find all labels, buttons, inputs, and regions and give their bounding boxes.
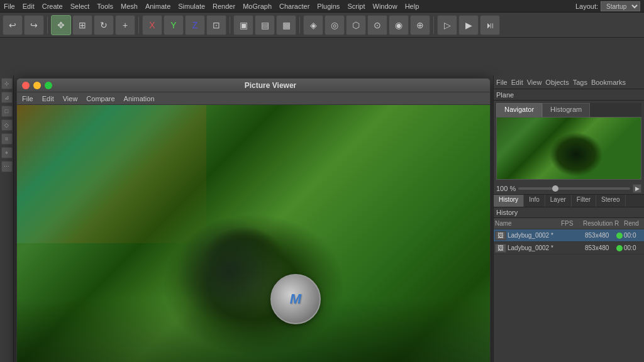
rp-menu-tags[interactable]: Tags xyxy=(573,79,587,86)
rp-menu-objects[interactable]: Objects xyxy=(545,79,569,86)
maximize-button[interactable] xyxy=(45,82,52,89)
menu-help[interactable]: Help xyxy=(405,3,419,10)
menu-mesh[interactable]: Mesh xyxy=(121,3,138,10)
thumbnail-image xyxy=(497,118,641,179)
histogram-tab[interactable]: Histogram xyxy=(542,103,590,117)
close-button[interactable] xyxy=(22,82,30,89)
transform-button[interactable]: ⊡ xyxy=(206,15,226,35)
navigator-histogram-tabs: Navigator Histogram xyxy=(496,103,641,117)
redo-button[interactable]: ↪ xyxy=(24,15,44,35)
object-btn-6[interactable]: ⊕ xyxy=(410,15,430,35)
object-btn-1[interactable]: ◈ xyxy=(303,15,323,35)
menu-select[interactable]: Select xyxy=(70,3,90,10)
pv-menu-edit[interactable]: Edit xyxy=(42,95,54,102)
move-tool-button[interactable]: ✥ xyxy=(51,15,71,35)
main-toolbar: ↩ ↪ ✥ ⊞ ↻ + X Y Z ⊡ ▣ ▤ ▦ ◈ ◎ ⬡ ⊙ ◉ ⊕ ▷ … xyxy=(0,13,644,38)
menu-window[interactable]: Window xyxy=(373,3,397,10)
menu-script[interactable]: Script xyxy=(347,3,365,10)
pv-image-area xyxy=(17,105,490,362)
render-btn-3[interactable]: ⏯ xyxy=(480,15,500,35)
left-tool-2[interactable]: ⊿ xyxy=(1,92,13,103)
info-tab[interactable]: Info xyxy=(524,195,545,207)
zoom-control: 100 % ▶ xyxy=(494,182,644,195)
x-axis-button[interactable]: X xyxy=(142,15,162,35)
layout-section: Layout: Startup xyxy=(575,1,640,11)
row-icon-2: 🖼 xyxy=(495,244,506,253)
object-btn-5[interactable]: ◉ xyxy=(389,15,409,35)
menu-file[interactable]: File xyxy=(4,3,15,10)
picture-viewer-window: Picture Viewer File Edit View Compare An… xyxy=(16,78,491,362)
row-rend-1: 00:0 xyxy=(624,232,643,239)
left-tool-1[interactable]: ⊹ xyxy=(1,78,13,89)
history-header: History xyxy=(494,207,644,218)
pv-menu-view[interactable]: View xyxy=(63,95,78,102)
rp-menu-view[interactable]: View xyxy=(527,79,542,86)
stereo-tab[interactable]: Stereo xyxy=(596,195,625,207)
object-btn-3[interactable]: ⬡ xyxy=(346,15,366,35)
pv-rendered-image xyxy=(17,105,490,362)
menu-mograph[interactable]: MoGraph xyxy=(243,3,272,10)
z-axis-button[interactable]: Z xyxy=(185,15,205,35)
menu-simulate[interactable]: Simulate xyxy=(178,3,205,10)
right-panel-menus: File Edit View Objects Tags Bookmarks xyxy=(494,75,644,89)
zoom-slider-thumb[interactable] xyxy=(552,185,558,192)
history-row-2[interactable]: 🖼 Ladybug_0002 * 853x480 00:0 xyxy=(494,242,644,255)
history-label: History xyxy=(496,209,518,216)
history-tabs: History Info Layer Filter Stereo xyxy=(494,195,644,207)
menu-plugins[interactable]: Plugins xyxy=(317,3,340,10)
history-tab[interactable]: History xyxy=(494,195,524,207)
render-btn-1[interactable]: ▷ xyxy=(437,15,457,35)
menu-render[interactable]: Render xyxy=(213,3,235,10)
film-btn-2[interactable]: ▤ xyxy=(255,15,275,35)
navigator-thumbnail xyxy=(496,117,641,180)
toolbar-separator-1 xyxy=(47,16,48,34)
toolbar-separator-3 xyxy=(230,16,230,34)
layout-select[interactable]: Startup xyxy=(601,1,640,11)
pv-titlebar: Picture Viewer xyxy=(17,79,490,92)
menu-character[interactable]: Character xyxy=(279,3,309,10)
menu-create[interactable]: Create xyxy=(42,3,63,10)
film-btn-1[interactable]: ▣ xyxy=(233,15,253,35)
zoom-arrow-button[interactable]: ▶ xyxy=(633,184,641,193)
pv-menu-compare[interactable]: Compare xyxy=(86,95,114,102)
menu-tools[interactable]: Tools xyxy=(97,3,113,10)
film-btn-3[interactable]: ▦ xyxy=(276,15,296,35)
zoom-slider[interactable] xyxy=(518,187,630,190)
menu-animate[interactable]: Animate xyxy=(145,3,170,10)
history-column-header: Name FPS Resolution R Rend xyxy=(494,218,644,229)
layout-label: Layout: xyxy=(575,3,598,10)
minimize-button[interactable] xyxy=(33,82,41,89)
plane-label: Plane xyxy=(496,91,514,99)
undo-button[interactable]: ↩ xyxy=(3,15,23,35)
col-resolution-header: Resolution xyxy=(583,220,614,227)
history-row-1[interactable]: 🖼 Ladybug_0002 * 853x480 00:0 xyxy=(494,229,644,242)
top-menubar: File Edit Create Select Tools Mesh Anima… xyxy=(0,0,644,13)
object-btn-2[interactable]: ◎ xyxy=(325,15,345,35)
rp-menu-file[interactable]: File xyxy=(496,79,508,86)
y-axis-button[interactable]: Y xyxy=(164,15,184,35)
left-tool-4[interactable]: ◇ xyxy=(1,119,13,131)
filter-tab[interactable]: Filter xyxy=(572,195,596,207)
pv-menu-animation[interactable]: Animation xyxy=(124,95,155,102)
left-tool-7[interactable]: ⋯ xyxy=(1,161,13,172)
navigator-tab[interactable]: Navigator xyxy=(496,103,542,117)
row-rend-2: 00:0 xyxy=(624,244,643,251)
scale-tool-button[interactable]: ⊞ xyxy=(72,15,92,35)
layer-tab[interactable]: Layer xyxy=(545,195,572,207)
left-tool-3[interactable]: □ xyxy=(1,106,13,117)
render-btn-2[interactable]: ▶ xyxy=(458,15,479,35)
left-tool-5[interactable]: ⌗ xyxy=(1,133,13,145)
col-r-header: R xyxy=(614,220,624,227)
menu-edit[interactable]: Edit xyxy=(23,3,35,10)
left-tool-6[interactable]: ⌖ xyxy=(1,147,13,158)
pv-menu-file[interactable]: File xyxy=(22,95,33,102)
rp-menu-bookmarks[interactable]: Bookmarks xyxy=(591,79,626,86)
object-btn-4[interactable]: ⊙ xyxy=(367,15,387,35)
rp-menu-edit[interactable]: Edit xyxy=(511,79,523,86)
row-status-2 xyxy=(616,245,623,251)
toolbar-separator-2 xyxy=(138,16,139,34)
row-name-2: Ladybug_0002 * xyxy=(508,244,563,251)
col-rend-header: Rend xyxy=(624,220,643,227)
rotate-tool-button[interactable]: ↻ xyxy=(94,15,114,35)
add-button[interactable]: + xyxy=(115,15,135,35)
